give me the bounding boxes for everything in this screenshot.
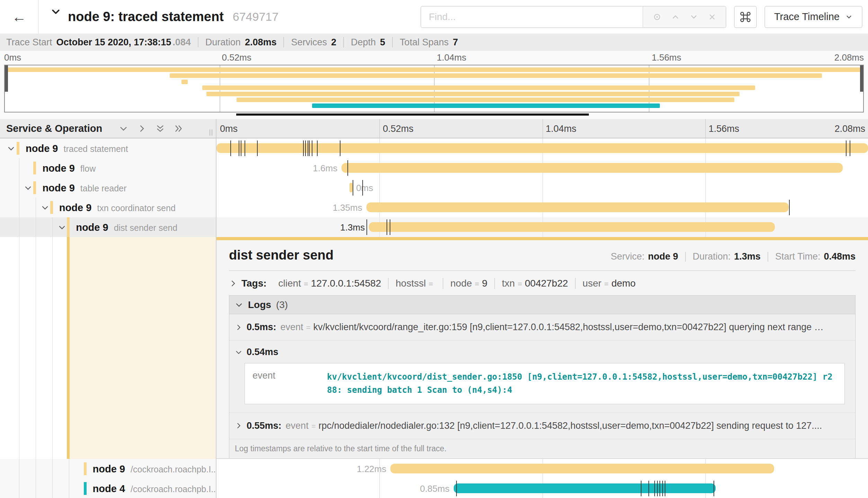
- span-row-timeline-cell[interactable]: [216, 138, 868, 158]
- minimap-tick-label: 2.08ms: [834, 52, 864, 63]
- span-toggle-chevron-down-icon[interactable]: [24, 184, 32, 192]
- span-row-name-cell[interactable]: node 9traced statement: [0, 138, 216, 158]
- collapse-controls: [119, 124, 183, 133]
- span-operation-name: txn coordinator send: [97, 203, 176, 213]
- span-row-timeline-cell[interactable]: 0ms: [216, 178, 868, 198]
- span-row[interactable]: node 9flow1.6ms: [0, 158, 868, 178]
- expand-all-double-chevron-right-icon[interactable]: [174, 124, 183, 133]
- span-color-bar: [84, 462, 87, 475]
- summary-item: Depth5: [351, 37, 385, 48]
- span-row[interactable]: node 4/cockroach.roachpb.I...0.85ms: [0, 479, 868, 498]
- span-toggle-chevron-down-icon[interactable]: [7, 144, 15, 153]
- tags-row[interactable]: Tags: client=127.0.0.1:54582hostssl=node…: [229, 278, 856, 289]
- span-duration-bar[interactable]: [369, 222, 775, 232]
- span-duration-bar[interactable]: [454, 483, 716, 493]
- log-value: rpc/nodedialer/nodedialer.go:132 [n9,cli…: [319, 420, 847, 431]
- minimap-viewport-indicator[interactable]: [236, 114, 589, 116]
- span-row-name-cell[interactable]: node 9txn coordinator send: [0, 198, 216, 217]
- summary-item-label: Services: [291, 37, 327, 48]
- collapse-all-double-chevron-down-icon[interactable]: [156, 124, 165, 133]
- logs-count: (3): [276, 299, 288, 310]
- minimap-ruler: 0ms0.52ms1.04ms1.56ms2.08ms: [4, 51, 864, 65]
- logs-section: Logs (3) 0.5ms: event = kv/kvclient/kvco…: [229, 295, 856, 459]
- span-row-timeline-cell[interactable]: 0.85ms: [216, 479, 868, 498]
- span-color-bar: [33, 181, 36, 194]
- indent-guide: [52, 479, 53, 498]
- span-name: node 4/cockroach.roachpb.I...: [93, 483, 216, 494]
- clear-search-close-icon[interactable]: [708, 13, 716, 21]
- indent-guide: [19, 217, 19, 237]
- span-duration-bar[interactable]: [349, 183, 353, 192]
- indent-guide: [36, 198, 36, 217]
- tags-chevron-right-icon[interactable]: [229, 279, 237, 288]
- tag-equals: =: [428, 280, 433, 289]
- summary-divider: [343, 37, 344, 47]
- prev-result-chevron-up-icon[interactable]: [671, 12, 680, 21]
- page-title: node 9: traced statement: [68, 9, 224, 24]
- span-row-timeline-cell[interactable]: 1.3ms: [216, 217, 868, 237]
- span-name: node 9traced statement: [26, 143, 128, 154]
- keyboard-shortcuts-button[interactable]: [734, 6, 757, 28]
- minimap-left-drag-handle[interactable]: [5, 65, 8, 92]
- span-toggle-chevron-down-icon[interactable]: [41, 203, 49, 212]
- span-row-timeline-cell[interactable]: 1.22ms: [216, 459, 868, 479]
- view-selector-button[interactable]: Trace Timeline: [764, 6, 862, 28]
- indent-guide: [36, 479, 36, 498]
- span-row-name-cell[interactable]: node 9dist sender send: [0, 217, 216, 237]
- span-row[interactable]: node 9traced statement: [0, 138, 868, 158]
- tag-pill[interactable]: txn=00427b22: [494, 278, 575, 289]
- span-duration-label: 0ms: [356, 182, 373, 193]
- minimap-wrap: 0ms0.52ms1.04ms1.56ms2.08ms: [4, 51, 864, 112]
- log-marker: [230, 141, 231, 156]
- span-duration-bar[interactable]: [390, 464, 774, 473]
- log-marker: [789, 200, 790, 215]
- log-marker: [714, 481, 714, 496]
- minimap-right-drag-handle[interactable]: [860, 65, 863, 92]
- span-duration-bar[interactable]: [216, 143, 868, 153]
- expand-one-chevron-right-icon[interactable]: [137, 124, 147, 133]
- log-marker: [340, 141, 340, 156]
- find-input[interactable]: [421, 7, 643, 27]
- selected-span-subtree-highlight: [70, 237, 216, 459]
- next-result-chevron-down-icon[interactable]: [689, 12, 698, 21]
- tag-pill[interactable]: user=demo: [575, 278, 643, 289]
- span-duration-bar[interactable]: [342, 163, 842, 173]
- log-entry[interactable]: 0.55ms: event = rpc/nodedialer/nodediale…: [229, 413, 855, 439]
- span-service-name: node 9: [26, 143, 58, 154]
- span-row-name-cell[interactable]: node 4/cockroach.roachpb.I...: [0, 479, 216, 498]
- span-row-timeline-cell[interactable]: 1.35ms: [216, 198, 868, 217]
- span-row-name-cell[interactable]: node 9flow: [0, 158, 216, 178]
- span-row[interactable]: node 9dist sender send1.3ms: [0, 217, 868, 237]
- span-duration-bar[interactable]: [366, 202, 789, 212]
- summary-item-value: 7: [453, 37, 458, 48]
- summary-items: Trace StartOctober 15 2020, 17:38:15.084…: [6, 37, 458, 48]
- span-name: node 9dist sender send: [76, 221, 177, 233]
- indent-guide: [19, 178, 19, 198]
- timeline-gridline: [542, 178, 543, 198]
- log-entry[interactable]: 0.5ms: event = kv/kvclient/kvcoord/range…: [229, 314, 855, 341]
- span-toggle-chevron-down-icon[interactable]: [58, 223, 66, 232]
- span-row[interactable]: node 9txn coordinator send1.35ms: [0, 198, 868, 217]
- column-resize-grip[interactable]: [210, 129, 212, 136]
- locate-icon[interactable]: [653, 12, 662, 21]
- log-entry-expanded-header[interactable]: 0.54ms: [229, 341, 855, 361]
- span-row-name-cell[interactable]: node 9table reader: [0, 178, 216, 198]
- chevron-down-icon: [845, 13, 853, 21]
- span-row[interactable]: node 9table reader0ms: [0, 178, 868, 198]
- tag-pill[interactable]: hostssl=: [388, 278, 443, 289]
- logs-header[interactable]: Logs (3): [229, 296, 855, 314]
- detail-duration-label: Duration:: [693, 251, 731, 262]
- summary-item-suffix: .084: [172, 37, 191, 48]
- tag-pill[interactable]: node=9: [443, 278, 494, 289]
- back-button[interactable]: ←: [0, 0, 39, 34]
- span-row[interactable]: node 9/cockroach.roachpb.I...1.22ms: [0, 459, 868, 479]
- tag-pill[interactable]: client=127.0.0.1:54582: [272, 278, 388, 289]
- trace-summary-bar: Trace StartOctober 15 2020, 17:38:15.084…: [0, 34, 868, 51]
- timeline-column-header: Service & Operation 0ms0.52ms1.04ms1.56m…: [0, 119, 868, 138]
- collapse-one-chevron-down-icon[interactable]: [119, 124, 128, 133]
- minimap-canvas[interactable]: [4, 65, 864, 112]
- span-service-name: node 9: [93, 463, 125, 474]
- trace-collapse-chevron-down-icon[interactable]: [51, 7, 61, 17]
- span-row-name-cell[interactable]: node 9/cockroach.roachpb.I...: [0, 459, 216, 479]
- span-row-timeline-cell[interactable]: 1.6ms: [216, 158, 868, 178]
